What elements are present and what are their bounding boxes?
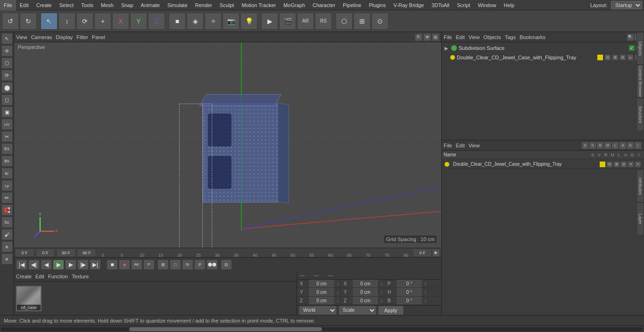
tool-uv-edit[interactable]: UV xyxy=(1,119,13,130)
layout-select[interactable]: Startup xyxy=(611,1,642,9)
toolbar-move[interactable]: ↖ xyxy=(41,13,58,30)
toolbar-render-active[interactable]: AR xyxy=(297,13,314,30)
tab-structure[interactable]: Structure xyxy=(636,98,644,131)
timeline-ruler[interactable]: 0 5 10 15 20 25 30 35 40 45 50 55 60 65 xyxy=(98,248,413,257)
coord-z-size-field[interactable] xyxy=(353,297,378,304)
tool-select[interactable]: ↖ xyxy=(1,33,13,44)
toolbar-render-pic[interactable]: 🎬 xyxy=(279,13,296,30)
menu-tools[interactable]: Tools xyxy=(77,0,97,10)
tree-item-jewel-case[interactable]: Double_Clear_CD_Jewel_Case_with_Flipping… xyxy=(443,53,643,62)
coord-h-rot-field[interactable] xyxy=(397,280,421,287)
toolbar-y-axis[interactable]: Y xyxy=(130,13,147,30)
jewel-icon-2[interactable]: ⊟ xyxy=(604,54,611,61)
toolbar-x-axis[interactable]: X xyxy=(112,13,129,30)
coord-x-pos-field[interactable] xyxy=(309,280,334,287)
viewport-maximize-icon[interactable]: ⊞ xyxy=(432,33,439,41)
am-icon-7[interactable]: G xyxy=(627,142,634,149)
bottom-scrollbar[interactable] xyxy=(0,325,644,332)
viewport-expand-icon[interactable]: ⇱ xyxy=(415,33,422,41)
am-icon-6[interactable]: A xyxy=(619,142,626,149)
tab-layer[interactable]: Layer xyxy=(636,202,644,235)
toolbar-render-view[interactable]: ▶ xyxy=(261,13,278,30)
coord-b-rot-field[interactable] xyxy=(397,297,421,304)
timeline-end-arrow[interactable]: ▶ xyxy=(433,250,439,256)
tool-extra[interactable]: ⊕ xyxy=(1,241,13,252)
am-icon-4[interactable]: M xyxy=(604,142,611,149)
viewport-menu-panel[interactable]: Panel xyxy=(92,34,105,40)
am-icon-1[interactable]: S xyxy=(582,142,588,149)
material-texture-menu[interactable]: Texture xyxy=(72,274,89,279)
menu-render[interactable]: Render xyxy=(191,0,216,10)
play-points-key[interactable]: ⬤⬤ xyxy=(206,259,218,270)
play-param[interactable]: P xyxy=(194,259,206,270)
material-create-menu[interactable]: Create xyxy=(16,274,32,279)
toolbar-scale[interactable]: ↕ xyxy=(58,13,75,30)
apply-button[interactable]: Apply xyxy=(378,306,404,315)
viewport-eye-icon[interactable]: 👁 xyxy=(423,33,431,41)
am-edit-menu[interactable]: Edit xyxy=(456,143,465,148)
om-search-icon[interactable]: 🔍 xyxy=(627,34,634,40)
menu-mesh[interactable]: Mesh xyxy=(97,0,117,10)
tool-rotate-live[interactable]: ⟳ xyxy=(1,70,13,81)
play-layout-btn[interactable]: ⊟ xyxy=(221,259,232,270)
tab-objects[interactable]: Objects xyxy=(636,32,644,65)
tool-extrude[interactable]: Ex xyxy=(1,143,13,154)
material-thumbnail[interactable]: cd_case xyxy=(16,286,41,311)
toolbar-transform[interactable]: + xyxy=(94,13,111,30)
viewport-canvas[interactable]: Perspective xyxy=(14,42,441,248)
play-rotate-key[interactable]: ⟳ xyxy=(182,259,193,270)
am-icon-5[interactable]: L xyxy=(612,142,619,149)
tool-extra2[interactable]: ⊗ xyxy=(1,253,13,265)
play-motion[interactable]: P xyxy=(143,259,155,270)
timeline-end-right-field[interactable] xyxy=(58,250,74,256)
toolbar-z-axis[interactable]: Z xyxy=(148,13,165,30)
viewport-menu-filter[interactable]: Filter xyxy=(76,34,88,40)
attr-icon-gray3[interactable]: ⊟ xyxy=(620,161,627,168)
attr-icon-gray1[interactable]: ⊟ xyxy=(606,161,613,168)
tool-move[interactable]: ✛ xyxy=(1,45,13,57)
menu-create[interactable]: Create xyxy=(33,0,56,10)
am-icon-2[interactable]: V xyxy=(589,142,596,149)
menu-plugins[interactable]: Plugins xyxy=(365,0,389,10)
menu-vray-bridge[interactable]: V-Ray Bridge xyxy=(390,0,428,10)
play-next-key[interactable]: |▶ xyxy=(77,259,89,270)
timeline-playback-frame[interactable] xyxy=(414,250,431,256)
tool-edges[interactable]: ◻ xyxy=(1,94,13,105)
toolbar-light[interactable]: 💡 xyxy=(240,13,257,30)
material-function-menu[interactable]: Function xyxy=(48,274,68,279)
tool-magnet[interactable]: 🧲 xyxy=(1,204,13,216)
play-record-stop[interactable]: ■ xyxy=(107,259,118,270)
tab-attributes[interactable]: Attributes xyxy=(636,170,644,202)
menu-file[interactable]: File xyxy=(0,0,16,10)
play-move-key[interactable]: ⊞ xyxy=(157,259,169,270)
toolbar-camera[interactable]: 📷 xyxy=(223,13,239,30)
viewport-menu-cameras[interactable]: Cameras xyxy=(31,34,52,40)
tool-scale-live[interactable]: ⬡ xyxy=(1,57,13,69)
scale-select[interactable]: Scale xyxy=(339,306,376,315)
play-scale-key[interactable]: □ xyxy=(170,259,181,270)
coord-x-size-field[interactable] xyxy=(353,280,378,287)
menu-script[interactable]: Script xyxy=(453,0,474,10)
tool-pen[interactable]: ✏ xyxy=(1,192,13,203)
timeline-start-field[interactable] xyxy=(16,250,33,256)
om-view-menu[interactable]: View xyxy=(469,34,480,40)
coord-y-pos-field[interactable] xyxy=(309,288,334,296)
tool-bevel[interactable]: Bv xyxy=(1,155,13,167)
menu-help[interactable]: Help xyxy=(500,0,519,10)
tree-expand-arrow[interactable]: ▶ xyxy=(445,46,448,51)
play-prev-frame[interactable]: ◀ xyxy=(41,259,52,270)
subdivision-visible-check[interactable]: ✓ xyxy=(629,45,635,51)
tool-bridge[interactable]: Br xyxy=(1,168,13,179)
play-record[interactable]: ● xyxy=(119,259,130,270)
jewel-icon-5[interactable]: ≡ xyxy=(627,54,634,61)
menu-simulate[interactable]: Simulate xyxy=(164,0,191,10)
attr-row-jewel-case[interactable]: Double_Clear_CD_Jewel_Case_with_Flipping… xyxy=(443,160,643,169)
om-objects-menu[interactable]: Objects xyxy=(483,34,501,40)
timeline-current-left-field[interactable] xyxy=(37,250,54,256)
jewel-icon-3[interactable]: ⊞ xyxy=(612,54,619,61)
om-tags-menu[interactable]: Tags xyxy=(505,34,516,40)
am-file-menu[interactable]: File xyxy=(444,143,452,148)
am-icon-3[interactable]: R xyxy=(597,142,603,149)
play-prev-key[interactable]: ◀| xyxy=(28,259,40,270)
attr-icon-yellow[interactable] xyxy=(599,161,606,168)
